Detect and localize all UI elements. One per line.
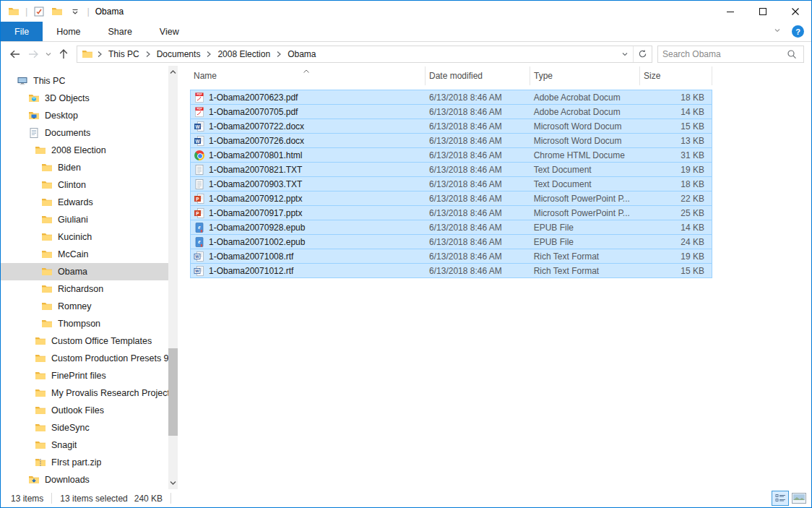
file-row-1-obama20070821-txt[interactable]: 1-Obama20070821.TXT6/13/2018 8:46 AMText… xyxy=(190,162,712,177)
sidebar-item-label: SideSync xyxy=(51,423,90,433)
file-row-1-obama20070722-docx[interactable]: W1-Obama20070722.docx6/13/2018 8:46 AMMi… xyxy=(190,119,712,134)
breadcrumb-segment-obama[interactable]: Obama xyxy=(282,46,321,62)
svg-text:P: P xyxy=(196,210,199,215)
column-header-size[interactable]: Size xyxy=(640,66,712,85)
file-size: 19 KB xyxy=(639,163,712,176)
scroll-down-icon[interactable] xyxy=(168,478,178,488)
refresh-icon[interactable] xyxy=(633,46,652,62)
file-row-1-obama20071012-rtf[interactable]: W1-Obama20071012.rtf6/13/2018 8:46 AMRic… xyxy=(190,263,712,278)
recent-locations-icon[interactable] xyxy=(43,45,54,64)
file-row-1-obama20070705-pdf[interactable]: PDF1-Obama20070705.pdf6/13/2018 8:46 AMA… xyxy=(190,104,712,119)
folder-icon xyxy=(35,422,46,434)
sidebar-item-giuliani[interactable]: Giuliani xyxy=(1,211,168,228)
folder-icon xyxy=(41,214,53,225)
back-button[interactable] xyxy=(5,45,24,64)
window-title: Obama xyxy=(95,7,124,17)
file-row-1-obama20070726-docx[interactable]: W1-Obama20070726.docx6/13/2018 8:46 AMMi… xyxy=(190,133,712,148)
up-button[interactable] xyxy=(54,45,73,64)
sidebar-item-clinton[interactable]: Clinton xyxy=(1,176,168,194)
breadcrumb-chevron-icon[interactable] xyxy=(96,51,103,58)
tab-view[interactable]: View xyxy=(146,22,193,41)
sidebar-item-documents[interactable]: Documents xyxy=(1,124,168,142)
expand-ribbon-icon[interactable] xyxy=(773,26,782,37)
file-row-1-obama20070917-pptx[interactable]: P1-Obama20070917.pptx6/13/2018 8:46 AMMi… xyxy=(190,205,712,220)
sidebar-item-mccain[interactable]: McCain xyxy=(1,246,168,263)
file-size: 18 KB xyxy=(639,177,712,191)
sidebar-item-outlook-files[interactable]: Outlook Files xyxy=(1,402,168,419)
tab-home[interactable]: Home xyxy=(43,22,94,41)
sidebar-item-2008-election[interactable]: 2008 Election xyxy=(1,142,168,159)
sidebar-item-kucinich[interactable]: Kucinich xyxy=(1,228,168,246)
sidebar-item-first-part-zip[interactable]: FIrst part.zip xyxy=(1,454,168,471)
chrome-file-icon xyxy=(194,150,205,161)
breadcrumb-segment-documents[interactable]: Documents xyxy=(152,46,206,62)
main-area: This PC3D ObjectsDesktopDocuments2008 El… xyxy=(1,66,811,489)
breadcrumb-chevron-icon[interactable] xyxy=(205,51,212,58)
details-view-button[interactable] xyxy=(772,491,789,506)
window-controls xyxy=(714,1,811,22)
tab-file[interactable]: File xyxy=(1,22,43,41)
sidebar-item-biden[interactable]: Biden xyxy=(1,159,168,176)
file-type: Rich Text Format xyxy=(530,264,640,277)
sidebar-item-this-pc[interactable]: This PC xyxy=(1,72,168,90)
file-row-1-obama20071002-epub[interactable]: e1-Obama20071002.epub6/13/2018 8:46 AMEP… xyxy=(190,234,712,249)
scroll-up-icon[interactable] xyxy=(168,67,178,77)
file-row-1-obama20070623-pdf[interactable]: PDF1-Obama20070623.pdf6/13/2018 8:46 AMA… xyxy=(190,90,712,105)
help-icon[interactable]: ? xyxy=(792,25,804,38)
sidebar-item-my-provalis-research-projects[interactable]: My Provalis Research Projects xyxy=(1,384,168,402)
sidebar-item-desktop[interactable]: Desktop xyxy=(1,107,168,124)
svg-text:W: W xyxy=(195,269,199,273)
txt-file-icon xyxy=(194,178,205,190)
sidebar-item-richardson[interactable]: Richardson xyxy=(1,280,168,298)
forward-button[interactable] xyxy=(24,45,43,64)
item-count: 13 items xyxy=(11,494,43,504)
thumbnail-view-button[interactable] xyxy=(792,493,806,504)
column-header-type[interactable]: Type xyxy=(530,66,640,85)
sidebar-item-label: 2008 Election xyxy=(51,145,106,155)
sidebar-item-3d-objects[interactable]: 3D Objects xyxy=(1,90,168,107)
sidebar-item-label: Snagit xyxy=(51,440,77,450)
sidebar-scrollbar[interactable] xyxy=(168,66,178,489)
search-input[interactable] xyxy=(658,49,784,59)
rtf-file-icon: W xyxy=(194,251,205,262)
scrollbar-thumb[interactable] xyxy=(168,348,178,436)
tab-share[interactable]: Share xyxy=(95,22,146,41)
file-size: 15 KB xyxy=(639,119,712,133)
properties-icon[interactable] xyxy=(33,5,46,18)
maximize-button[interactable] xyxy=(746,1,779,22)
address-bar[interactable]: This PCDocuments2008 ElectionObama xyxy=(77,46,652,63)
column-header-date-modified[interactable]: Date modified xyxy=(426,66,530,85)
sidebar-item-custom-production-presets-9-0[interactable]: Custom Production Presets 9.0 xyxy=(1,350,168,367)
new-folder-icon[interactable] xyxy=(51,5,64,18)
breadcrumb-segment-this-pc[interactable]: This PC xyxy=(103,46,144,62)
file-row-1-obama20070903-txt[interactable]: 1-Obama20070903.TXT6/13/2018 8:46 AMText… xyxy=(190,176,712,191)
file-row-1-obama20070801-html[interactable]: 1-Obama20070801.html6/13/2018 8:46 AMChr… xyxy=(190,147,712,163)
svg-text:PDF: PDF xyxy=(196,108,202,111)
close-button[interactable] xyxy=(779,1,811,22)
file-row-1-obama20070912-pptx[interactable]: P1-Obama20070912.pptx6/13/2018 8:46 AMMi… xyxy=(190,191,712,206)
file-name: 1-Obama20070903.TXT xyxy=(209,179,302,189)
sidebar-item-snagit[interactable]: Snagit xyxy=(1,436,168,454)
sidebar-item-sidesync[interactable]: SideSync xyxy=(1,419,168,436)
sidebar-item-thompson[interactable]: Thompson xyxy=(1,315,168,332)
selection-count: 13 items selected xyxy=(60,494,127,504)
breadcrumb-chevron-icon[interactable] xyxy=(275,51,282,58)
sidebar-item-custom-office-templates[interactable]: Custom Office Templates xyxy=(1,332,168,350)
sidebar-item-obama[interactable]: Obama xyxy=(1,263,168,280)
file-date-modified: 6/13/2018 8:46 AM xyxy=(426,191,530,205)
folder-icon xyxy=(41,179,53,191)
sidebar-item-downloads[interactable]: Downloads xyxy=(1,471,168,488)
search-icon[interactable] xyxy=(784,49,803,59)
address-dropdown-icon[interactable] xyxy=(617,46,633,62)
file-row-1-obama20071008-rtf[interactable]: W1-Obama20071008.rtf6/13/2018 8:46 AMRic… xyxy=(190,249,712,264)
sidebar-item-romney[interactable]: Romney xyxy=(1,298,168,315)
sidebar-item-fineprint-files[interactable]: FinePrint files xyxy=(1,367,168,384)
breadcrumb-segment-2008-election[interactable]: 2008 Election xyxy=(212,46,275,62)
file-list-pane: NameDate modifiedTypeSize PDF1-Obama2007… xyxy=(181,66,811,489)
minimize-button[interactable] xyxy=(714,1,746,22)
sidebar-item-edwards[interactable]: Edwards xyxy=(1,194,168,211)
file-row-1-obama20070928-epub[interactable]: e1-Obama20070928.epub6/13/2018 8:46 AMEP… xyxy=(190,220,712,235)
breadcrumb-chevron-icon[interactable] xyxy=(144,51,152,58)
sidebar-item-label: Thompson xyxy=(58,319,100,329)
qat-customize-icon[interactable] xyxy=(69,5,82,18)
